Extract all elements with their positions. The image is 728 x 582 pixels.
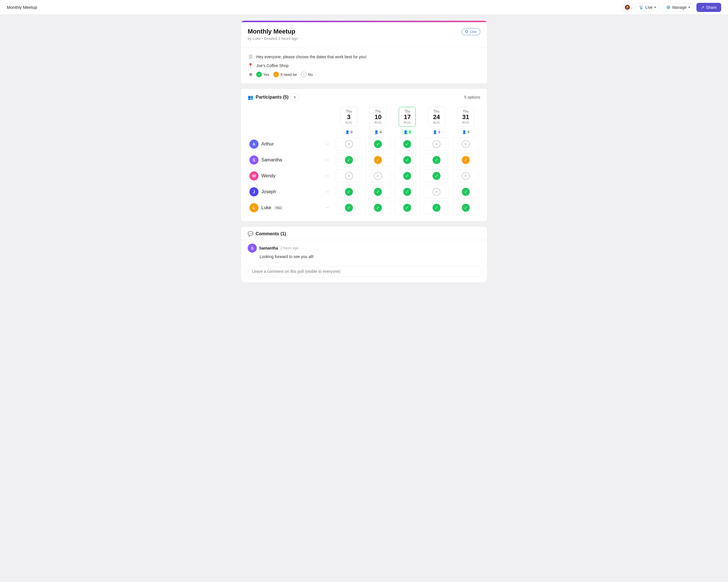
- vote-cell-1-3[interactable]: ✓: [422, 152, 451, 168]
- vote-cell-4-0[interactable]: ✓: [334, 200, 363, 216]
- manage-chevron-icon: ▾: [688, 6, 690, 9]
- poll-meta: by Luke • Created 2 hours ago: [248, 36, 480, 40]
- maybe-icon: ✓: [273, 72, 279, 77]
- name-cell-0: A Arthur: [248, 136, 321, 152]
- participant-row-1: S Samantha ···✓✓✓✓✓: [248, 152, 480, 168]
- avatar-2: W: [250, 171, 259, 181]
- vote-box-2-3: ✓: [424, 169, 449, 183]
- vote-box-4-0: ✓: [336, 201, 362, 214]
- live-label: Live: [645, 5, 653, 10]
- vote-box-2-0: ✕: [336, 169, 362, 183]
- yes-vote-icon: ✓: [374, 140, 382, 148]
- share-label: Share: [706, 5, 717, 10]
- avatar-3: J: [250, 187, 259, 196]
- gear-icon: ⚙️: [666, 5, 671, 9]
- manage-dropdown-button[interactable]: ⚙️ Manage ▾: [662, 3, 694, 12]
- participant-row-3: J Joseph ···✓✓✓✕✓: [248, 184, 480, 200]
- vote-cell-4-2[interactable]: ✓: [393, 200, 422, 216]
- vote-cell-1-1[interactable]: ✓: [363, 152, 393, 168]
- vote-box-1-1: ✓: [365, 154, 391, 167]
- vote-cell-4-3[interactable]: ✓: [422, 200, 451, 216]
- participant-menu-1[interactable]: ···: [324, 158, 331, 163]
- participant-row-0: A Arthur ···✕✓✓✕✕: [248, 136, 480, 152]
- count-2-highlighted: 👤 5: [393, 128, 422, 136]
- add-participant-button[interactable]: +: [291, 93, 299, 101]
- name-cell-2: W Wendy: [248, 168, 321, 184]
- legend-yes-label: Yes: [263, 73, 269, 77]
- legend-yes: ✓ Yes: [256, 72, 269, 77]
- comment-author-0: Samantha: [259, 246, 278, 250]
- vote-cell-4-1[interactable]: ✓: [363, 200, 393, 216]
- vote-box-4-1: ✓: [365, 201, 391, 214]
- live-badge: Live: [462, 28, 480, 35]
- vote-cell-2-1[interactable]: ✕: [363, 168, 393, 184]
- participant-menu-3[interactable]: ···: [324, 189, 331, 194]
- vote-cell-1-2[interactable]: ✓: [393, 152, 422, 168]
- vote-cell-3-3[interactable]: ✕: [422, 184, 451, 200]
- count-0: 👤 3: [334, 128, 363, 136]
- comment-input[interactable]: [248, 266, 480, 277]
- participant-menu-2[interactable]: ···: [324, 173, 331, 178]
- vote-cell-0-1[interactable]: ✓: [363, 136, 393, 152]
- yes-vote-icon: ✓: [403, 204, 411, 212]
- comment-input-row: [241, 262, 487, 282]
- name-cell-4: L Luke You: [248, 200, 321, 216]
- mute-button[interactable]: 🔕: [622, 2, 632, 12]
- vote-box-1-0: ✓: [336, 154, 362, 167]
- vote-cell-0-3[interactable]: ✕: [422, 136, 451, 152]
- vote-cell-1-0[interactable]: ✓: [334, 152, 363, 168]
- poll-description: Hey everyone, please choose the dates th…: [256, 55, 367, 59]
- yes-vote-icon: ✓: [345, 204, 353, 212]
- yes-vote-icon: ✓: [403, 172, 411, 180]
- vote-cell-1-4[interactable]: ✓: [451, 152, 480, 168]
- name-cell-3: J Joseph: [248, 184, 321, 200]
- live-badge-label: Live: [470, 30, 477, 34]
- name-inner-0: A Arthur: [250, 137, 319, 151]
- date-header-row: Thu 3 AUG Thu 10 AUG: [248, 106, 480, 128]
- no-vote-icon: ✕: [433, 188, 441, 196]
- share-icon: ↗: [701, 5, 704, 10]
- participant-row-4: L Luke You ···✓✓✓✓✓: [248, 200, 480, 216]
- vote-cell-0-4[interactable]: ✕: [451, 136, 480, 152]
- count-person-icon-2: 👤: [404, 130, 408, 134]
- participant-menu-0[interactable]: ···: [324, 141, 331, 147]
- participant-row-2: W Wendy ···✕✕✓✓✕: [248, 168, 480, 184]
- live-dropdown-button[interactable]: 📡 Live ▾: [635, 3, 659, 12]
- avatar-1: S: [250, 156, 259, 165]
- vote-cell-4-4[interactable]: ✓: [451, 200, 480, 216]
- name-inner-1: S Samantha: [250, 153, 319, 167]
- menu-cell-4: ···: [321, 200, 334, 216]
- yes-vote-icon: ✓: [403, 140, 411, 148]
- vote-box-1-2: ✓: [394, 154, 420, 167]
- vote-cell-3-0[interactable]: ✓: [334, 184, 363, 200]
- date-col-4: Thu 31 AUG: [451, 106, 480, 128]
- vote-cell-2-3[interactable]: ✓: [422, 168, 451, 184]
- no-icon: ✕: [301, 72, 307, 77]
- month-1: AUG: [373, 121, 383, 124]
- menu-cell-0: ···: [321, 136, 334, 152]
- vote-cell-2-4[interactable]: ✕: [451, 168, 480, 184]
- vote-cell-0-2[interactable]: ✓: [393, 136, 422, 152]
- yes-vote-icon: ✓: [374, 204, 382, 212]
- menu-cell-1: ···: [321, 152, 334, 168]
- vote-box-2-1: ✕: [365, 169, 391, 183]
- comment-time-0: 2 hours ago: [280, 246, 298, 250]
- count-person-icon-1: 👤: [374, 130, 379, 134]
- date-box-3: Thu 24 AUG: [428, 107, 445, 127]
- vote-cell-2-0[interactable]: ✕: [334, 168, 363, 184]
- vote-cell-2-2[interactable]: ✓: [393, 168, 422, 184]
- poll-title-row: Monthly Meetup Live: [248, 28, 480, 35]
- yes-vote-icon: ✓: [345, 188, 353, 196]
- vote-cell-3-1[interactable]: ✓: [363, 184, 393, 200]
- vote-box-3-4: ✓: [453, 185, 478, 198]
- vote-box-2-2: ✓: [394, 169, 420, 183]
- vote-cell-0-0[interactable]: ✕: [334, 136, 363, 152]
- comment-menu-0[interactable]: ···: [301, 246, 304, 250]
- share-button[interactable]: ↗ Share: [697, 3, 721, 12]
- vote-cell-3-4[interactable]: ✓: [451, 184, 480, 200]
- participant-menu-4[interactable]: ···: [324, 205, 331, 210]
- comments-header: 💬 Comments (1): [241, 226, 487, 240]
- vote-cell-3-2[interactable]: ✓: [393, 184, 422, 200]
- maybe-vote-icon: ✓: [462, 156, 470, 164]
- yes-vote-icon: ✓: [345, 156, 353, 164]
